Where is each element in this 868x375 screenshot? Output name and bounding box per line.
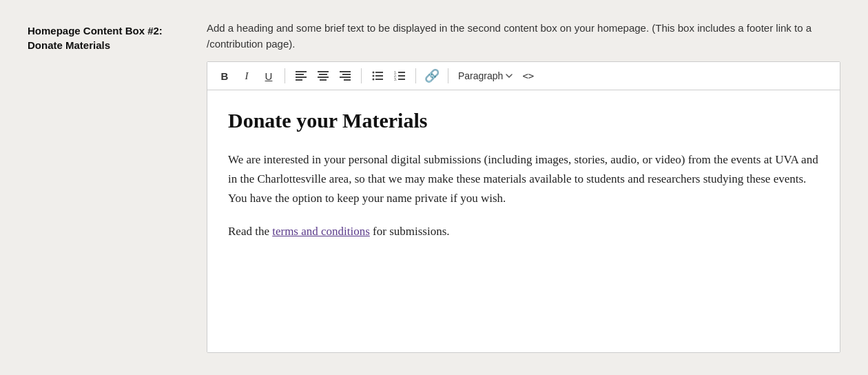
body2-before: Read the — [228, 225, 272, 238]
unordered-list-button[interactable] — [367, 66, 388, 85]
svg-rect-4 — [318, 71, 329, 72]
chevron-down-icon — [506, 74, 513, 78]
editor-content-area[interactable]: Donate your Materials We are interested … — [207, 90, 840, 352]
align-center-button[interactable] — [313, 66, 333, 85]
ordered-list-button[interactable]: 1. 2. 3. — [389, 66, 410, 85]
content-column: Add a heading and some brief text to be … — [207, 21, 840, 353]
link-button[interactable]: 🔗 — [422, 66, 442, 85]
label-column: Homepage Content Box #2: Donate Material… — [28, 21, 179, 52]
svg-text:3.: 3. — [394, 77, 397, 81]
svg-rect-10 — [340, 77, 351, 78]
svg-point-14 — [373, 75, 375, 77]
italic-button[interactable]: I — [236, 66, 257, 85]
svg-rect-9 — [342, 74, 351, 75]
bold-button[interactable]: B — [214, 66, 235, 85]
svg-rect-7 — [320, 79, 327, 81]
divider-1 — [285, 68, 285, 83]
svg-rect-0 — [296, 71, 307, 72]
editor-link-paragraph: Read the terms and conditions for submis… — [228, 222, 819, 241]
body2-after: for submissions. — [370, 225, 450, 238]
terms-link[interactable]: terms and conditions — [272, 225, 370, 238]
section-label: Homepage Content Box #2: Donate Material… — [28, 23, 179, 52]
svg-point-16 — [373, 79, 375, 81]
svg-rect-6 — [318, 77, 329, 78]
divider-3 — [415, 68, 416, 83]
rich-text-editor: B I U — [207, 61, 840, 353]
divider-2 — [361, 68, 362, 83]
svg-rect-23 — [398, 79, 405, 80]
editor-heading: Donate your Materials — [228, 107, 819, 134]
editor-toolbar: B I U — [207, 62, 840, 90]
svg-rect-2 — [296, 77, 307, 78]
svg-rect-1 — [296, 74, 304, 75]
page-layout: Homepage Content Box #2: Donate Material… — [28, 21, 840, 353]
editor-body-paragraph: We are interested in your personal digit… — [228, 150, 819, 208]
paragraph-format-dropdown[interactable]: Paragraph — [454, 69, 517, 83]
divider-4 — [448, 68, 448, 83]
svg-rect-15 — [375, 75, 383, 77]
svg-rect-21 — [398, 75, 405, 77]
svg-rect-8 — [340, 71, 351, 72]
paragraph-format-label: Paragraph — [458, 70, 503, 81]
svg-rect-3 — [296, 79, 302, 81]
svg-rect-11 — [344, 79, 351, 81]
svg-rect-19 — [398, 72, 405, 73]
svg-rect-5 — [319, 74, 327, 75]
svg-point-12 — [373, 72, 375, 74]
svg-rect-17 — [375, 79, 383, 80]
svg-rect-13 — [375, 72, 383, 73]
align-right-button[interactable] — [335, 66, 355, 85]
underline-button[interactable]: U — [258, 66, 279, 85]
align-left-button[interactable] — [291, 66, 311, 85]
description-text: Add a heading and some brief text to be … — [207, 21, 840, 52]
code-button[interactable]: <> — [518, 66, 538, 85]
